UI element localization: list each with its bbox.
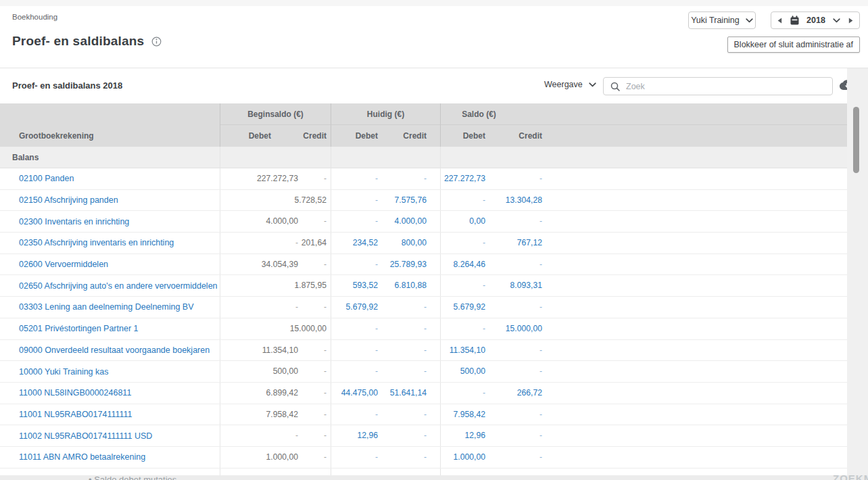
- row-filler: [543, 340, 847, 361]
- row-filler: [543, 190, 847, 211]
- account-link[interactable]: 05201 Privéstortingen Partner 1: [0, 318, 220, 339]
- value-cell: -: [298, 447, 331, 468]
- value-cell: -: [378, 318, 441, 339]
- window-top-strip: [0, 0, 868, 6]
- value-cell: 6.810,88: [378, 275, 441, 296]
- table-row: 09000 Onverdeeld resultaat voorgaande bo…: [0, 340, 847, 362]
- value-cell: 7.575,76: [378, 190, 441, 211]
- section-spacer: [220, 147, 331, 168]
- chevron-right-icon[interactable]: [848, 18, 853, 24]
- value-cell: -: [441, 275, 485, 296]
- row-filler: [543, 361, 847, 382]
- value-cell: -: [331, 168, 378, 189]
- value-cell: -: [298, 361, 331, 382]
- value-cell: 800,00: [378, 233, 441, 254]
- value-cell: -: [298, 168, 331, 189]
- background-fragment-left: • Saldo debet mutaties: [89, 475, 176, 480]
- value-cell: -: [220, 275, 298, 296]
- header-account-spacer: [0, 103, 220, 125]
- account-link[interactable]: 11001 NL95RABO0174111111: [0, 404, 220, 425]
- value-cell: -: [485, 447, 543, 468]
- value-cell: 11.354,10: [441, 340, 485, 361]
- table-row: 05201 Privéstortingen Partner 1-15.000,0…: [0, 318, 847, 340]
- account-link[interactable]: 02150 Afschrijving panden: [0, 190, 220, 211]
- value-cell: 234,52: [331, 233, 378, 254]
- view-dropdown-label: Weergave: [544, 80, 583, 89]
- partial-filler: [441, 469, 847, 476]
- header-group-huidig: Huidig (€): [331, 103, 441, 125]
- administration-selector-button[interactable]: Yuki Training: [688, 11, 756, 29]
- account-link[interactable]: 10000 Yuki Training kas: [0, 361, 220, 382]
- section-spacer: [331, 147, 441, 168]
- account-link[interactable]: 02650 Afschrijving auto's en andere verv…: [0, 275, 220, 296]
- row-filler: [543, 297, 847, 318]
- section-filler: [441, 147, 847, 168]
- value-cell: -: [441, 318, 485, 339]
- value-cell: -: [331, 340, 378, 361]
- chevron-down-icon: [746, 18, 753, 23]
- value-cell: 7.958,42: [441, 404, 485, 425]
- account-link[interactable]: 11002 NL95RABO0174111111 USD: [0, 425, 220, 446]
- value-cell: -: [485, 340, 543, 361]
- chevron-left-icon[interactable]: [777, 18, 782, 24]
- header-group-saldo-label: Saldo (€): [441, 110, 517, 119]
- block-administration-button[interactable]: Blokkeer of sluit administratie af: [727, 37, 860, 53]
- table-row: 02300 Inventaris en inrichting4.000,00--…: [0, 211, 847, 233]
- value-cell: -: [331, 404, 378, 425]
- header-group-beginsaldo: Beginsaldo (€): [220, 103, 331, 125]
- account-link[interactable]: 11011 ABN AMRO betaalrekening: [0, 447, 220, 468]
- account-link[interactable]: 02300 Inventaris en inrichting: [0, 211, 220, 232]
- table-row: 02150 Afschrijving panden-5.728,52-7.575…: [0, 190, 847, 212]
- table-group-header: Beginsaldo (€) Huidig (€) Saldo (€): [0, 103, 847, 125]
- table-row: 10000 Yuki Training kas500,00---500,00-: [0, 361, 847, 383]
- table-row: 11000 NL58INGB00002468116.899,42-44.475,…: [0, 383, 847, 404]
- partial-spacer: [220, 469, 331, 476]
- value-cell: 44.475,00: [331, 383, 378, 404]
- value-cell: -: [298, 211, 331, 232]
- row-filler: [543, 211, 847, 232]
- value-cell: 0,00: [441, 211, 485, 232]
- value-cell: -: [378, 168, 441, 189]
- account-link[interactable]: 02350 Afschrijving inventaris en inricht…: [0, 233, 220, 254]
- value-cell: -: [220, 318, 298, 339]
- trial-balance-card: Proef- en saldibalans 2018 Weergave Begi…: [0, 68, 847, 480]
- value-cell: -: [378, 361, 441, 382]
- vertical-scrollbar-thumb[interactable]: [853, 107, 859, 173]
- value-cell: 1.000,00: [220, 447, 298, 468]
- account-link[interactable]: 02600 Vervoermiddelen: [0, 254, 220, 275]
- value-cell: -: [220, 190, 298, 211]
- value-cell: -: [298, 383, 331, 404]
- breadcrumb[interactable]: Boekhouding: [12, 13, 57, 21]
- section-label: Balans: [0, 147, 220, 168]
- value-cell: 5.679,92: [331, 297, 378, 318]
- year-picker: 2018: [771, 11, 860, 29]
- value-cell: 1.000,00: [441, 447, 485, 468]
- value-cell: 500,00: [220, 361, 298, 382]
- row-filler: [543, 318, 847, 339]
- account-link[interactable]: 11000 NL58INGB0000246811: [0, 383, 220, 404]
- value-cell: 266,72: [485, 383, 543, 404]
- value-cell: -: [298, 254, 331, 275]
- value-cell: -: [378, 425, 441, 446]
- value-cell: -: [220, 233, 298, 254]
- table-row: 02600 Vervoermiddelen34.054,39--25.789,9…: [0, 254, 847, 276]
- block-administration-label: Blokkeer of sluit administratie af: [734, 40, 853, 49]
- account-link[interactable]: 09000 Onverdeeld resultaat voorgaande bo…: [0, 340, 220, 361]
- view-dropdown[interactable]: Weergave: [544, 80, 596, 89]
- year-label[interactable]: 2018: [806, 16, 825, 25]
- account-link[interactable]: 03303 Lening aan deelneming Deelneming B…: [0, 297, 220, 318]
- chevron-down-icon: [589, 82, 596, 87]
- search-input[interactable]: [626, 82, 825, 91]
- chevron-down-icon[interactable]: [833, 18, 840, 23]
- info-icon[interactable]: [151, 37, 162, 47]
- account-link[interactable]: 02100 Panden: [0, 168, 220, 189]
- value-cell: -: [485, 168, 543, 189]
- row-filler: [543, 275, 847, 296]
- section-row: Balans: [0, 147, 847, 168]
- header-saldo-credit: Credit: [485, 125, 543, 147]
- value-cell: -: [331, 190, 378, 211]
- background-fragment-right: ZOEKM: [833, 473, 868, 480]
- row-filler: [543, 254, 847, 275]
- partial-spacer: [331, 469, 441, 476]
- card-title: Proef- en saldibalans 2018: [12, 80, 122, 91]
